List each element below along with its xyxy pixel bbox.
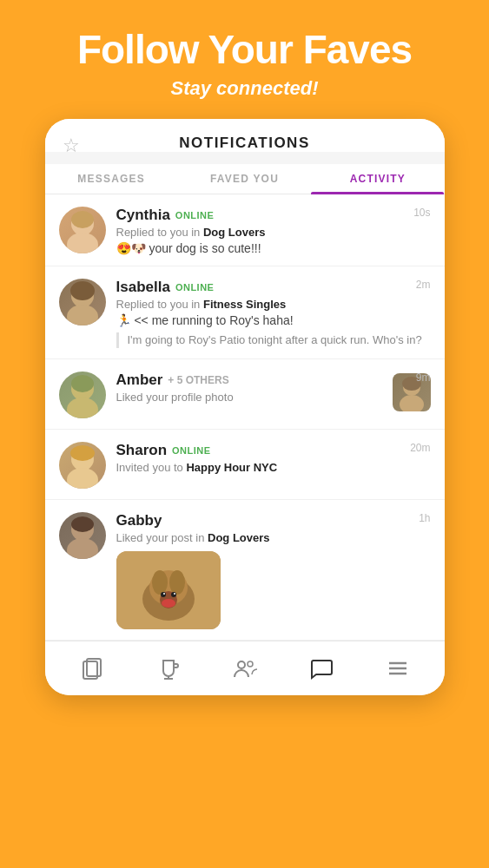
notif-item-isabella[interactable]: Isabella ONLINE Replied to you in Fitnes… — [45, 266, 445, 359]
time-sharon: 20m — [410, 442, 430, 454]
time-isabella: 2m — [416, 279, 431, 291]
amber-face-svg — [59, 372, 106, 418]
time-amber: 9m — [416, 372, 431, 384]
hero-subtitle: Stay connected! — [171, 77, 319, 100]
svg-point-34 — [248, 661, 253, 667]
svg-point-21 — [152, 570, 168, 595]
cards-svg — [80, 656, 104, 681]
desc-gabby: Liked your post in Dog Lovers — [116, 531, 431, 544]
svg-point-27 — [163, 593, 165, 595]
nav-cup-icon[interactable] — [151, 654, 186, 683]
notif-item-sharon[interactable]: Sharon ONLINE Invited you to Happy Hour … — [45, 430, 445, 500]
name-sharon: Sharon — [116, 442, 168, 459]
desc-cynthia: Replied to you in Dog Lovers — [116, 226, 431, 239]
name-row-sharon: Sharon ONLINE — [116, 442, 431, 459]
svg-point-17 — [71, 516, 94, 532]
avatar-cynthia — [59, 207, 106, 253]
svg-point-10 — [400, 395, 424, 411]
svg-point-16 — [67, 538, 98, 559]
isabella-face-svg — [59, 279, 106, 326]
notif-item-amber[interactable]: Amber + 5 OTHERS Liked your profile phot… — [45, 359, 445, 430]
avatar-sharon — [59, 442, 106, 489]
svg-point-28 — [174, 593, 175, 595]
avatar-isabella — [59, 279, 106, 326]
notif-content-cynthia: Cynthia ONLINE Replied to you in Dog Lov… — [116, 207, 431, 255]
name-row-gabby: Gabby — [116, 512, 431, 529]
tab-activity[interactable]: ACTIVITY — [311, 164, 444, 194]
nav-cards-icon[interactable] — [75, 654, 109, 683]
notif-content-amber: Amber + 5 OTHERS Liked your profile phot… — [116, 372, 386, 404]
sharon-face-svg — [59, 442, 106, 489]
name-cynthia: Cynthia — [116, 207, 170, 224]
card-header: ☆ NOTIFICATIONS — [45, 119, 445, 152]
svg-point-2 — [71, 211, 94, 228]
post-thumb-gabby — [116, 551, 221, 629]
time-gabby: 1h — [419, 512, 430, 524]
others-amber: + 5 OTHERS — [168, 374, 228, 386]
nav-people-icon[interactable] — [228, 654, 262, 683]
quote-isabella: I'm going to Roy's Patio tonight after a… — [116, 332, 431, 348]
time-cynthia: 10s — [413, 207, 430, 219]
online-sharon: ONLINE — [172, 445, 211, 456]
name-row-amber: Amber + 5 OTHERS — [116, 372, 386, 389]
tab-messages[interactable]: MESSAGES — [45, 164, 178, 194]
name-row-cynthia: Cynthia ONLINE — [116, 207, 431, 224]
phone-card: ☆ NOTIFICATIONS MESSAGES FAVED YOU ACTIV… — [45, 119, 445, 695]
online-isabella: ONLINE — [175, 282, 215, 293]
notifications-list: Cynthia ONLINE Replied to you in Dog Lov… — [45, 194, 445, 641]
desc-amber: Liked your profile photo — [116, 391, 386, 404]
svg-point-25 — [161, 592, 166, 597]
tab-faved[interactable]: FAVED YOU — [178, 164, 311, 194]
star-icon[interactable]: ☆ — [63, 135, 80, 157]
people-svg — [233, 656, 257, 681]
nav-chat-icon[interactable] — [304, 654, 339, 683]
svg-point-26 — [171, 592, 176, 597]
avatar-amber — [59, 372, 106, 418]
avatar-gabby — [59, 512, 106, 559]
name-isabella: Isabella — [116, 279, 170, 296]
hero-title: Follow Your Faves — [77, 28, 412, 72]
desc-sharon: Invited you to Happy Hour NYC — [116, 461, 431, 474]
svg-point-8 — [71, 375, 94, 392]
cynthia-face-svg — [59, 207, 106, 253]
svg-point-13 — [67, 468, 98, 489]
msg-cynthia: 😍🐶 your dog is so cute!!! — [116, 241, 431, 255]
svg-point-33 — [238, 661, 245, 668]
card-title: NOTIFICATIONS — [179, 135, 309, 152]
notif-content-sharon: Sharon ONLINE Invited you to Happy Hour … — [116, 442, 431, 474]
name-amber: Amber — [116, 372, 163, 389]
tabs-row: MESSAGES FAVED YOU ACTIVITY — [45, 164, 445, 194]
chat-svg — [309, 656, 334, 681]
notif-item-gabby[interactable]: Gabby Liked your post in Dog Lovers — [45, 500, 445, 641]
desc-isabella: Replied to you in Fitness Singles — [116, 298, 431, 311]
nav-menu-icon[interactable] — [380, 654, 415, 683]
msg-isabella: 🏃 << me running to Roy's haha! — [116, 313, 431, 327]
name-gabby: Gabby — [116, 512, 162, 529]
notif-content-gabby: Gabby Liked your post in Dog Lovers — [116, 512, 431, 629]
dog-post-svg — [116, 551, 221, 629]
gabby-face-svg — [59, 512, 106, 559]
notif-item-cynthia[interactable]: Cynthia ONLINE Replied to you in Dog Lov… — [45, 194, 445, 266]
cup-svg — [156, 656, 181, 681]
svg-point-5 — [70, 281, 95, 300]
svg-point-24 — [162, 599, 175, 608]
online-cynthia: ONLINE — [175, 210, 215, 220]
svg-point-22 — [169, 570, 185, 595]
svg-point-4 — [67, 305, 98, 326]
notif-content-isabella: Isabella ONLINE Replied to you in Fitnes… — [116, 279, 431, 348]
menu-svg — [386, 656, 410, 681]
bottom-nav — [45, 641, 445, 695]
svg-point-1 — [67, 233, 98, 253]
name-row-isabella: Isabella ONLINE — [116, 279, 431, 296]
svg-point-7 — [67, 398, 98, 418]
svg-point-14 — [70, 445, 95, 461]
